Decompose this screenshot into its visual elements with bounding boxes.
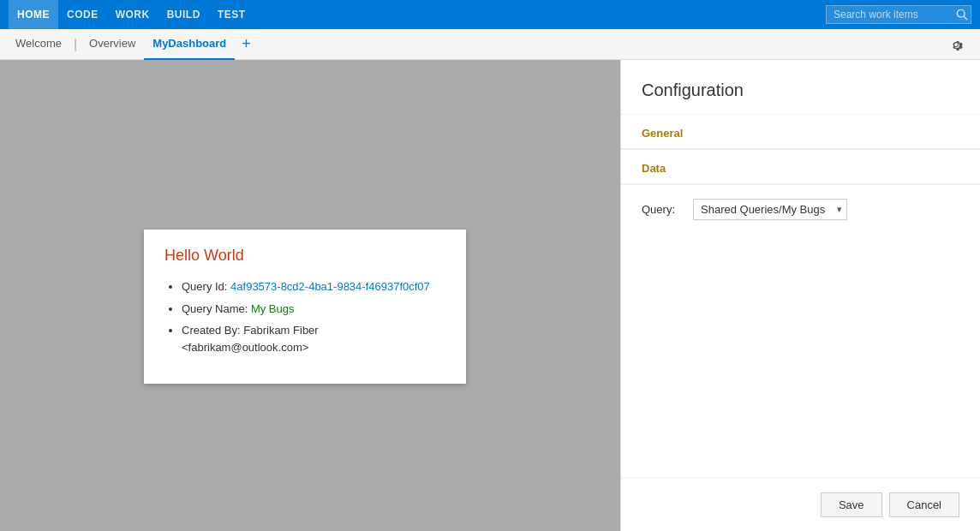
nav-code[interactable]: CODE [58,0,107,29]
subnav-separator: | [70,37,81,52]
subnav-mydashboard[interactable]: MyDashboard [144,29,235,60]
svg-point-0 [957,9,965,17]
content-area: Hello World Query Id: 4af93573-8cd2-4ba1… [0,60,620,531]
nav-test[interactable]: TEST [209,0,254,29]
svg-line-1 [964,16,967,20]
panel-title: Configuration [621,60,980,114]
subnav-add-button[interactable]: + [235,29,258,60]
right-panel: Configuration General Data Query: Shared… [620,60,980,531]
query-id-label: Query Id: [182,280,230,293]
main-layout: Hello World Query Id: 4af93573-8cd2-4ba1… [0,60,980,531]
save-button[interactable]: Save [821,492,882,517]
query-name-value: My Bugs [251,302,295,315]
panel-section-general: General [621,115,980,149]
search-icon-button[interactable] [956,9,968,21]
widget-card: Hello World Query Id: 4af93573-8cd2-4ba1… [144,230,466,384]
settings-button[interactable] [946,34,966,55]
query-label: Query: [642,203,684,216]
subnav-welcome[interactable]: Welcome [7,29,70,60]
widget-list: Query Id: 4af93573-8cd2-4ba1-9834-f46937… [164,278,445,355]
gear-icon [949,38,963,51]
subnav-overview[interactable]: Overview [81,29,144,60]
top-nav: HOME CODE WORK BUILD TEST [0,0,980,29]
sub-nav: Welcome | Overview MyDashboard + [0,29,980,60]
nav-build[interactable]: BUILD [158,0,209,29]
query-select[interactable]: Shared Queries/My Bugs Shared Queries/Al… [693,199,847,220]
query-select-wrapper: Shared Queries/My Bugs Shared Queries/Al… [693,199,847,220]
search-input[interactable] [826,5,971,24]
list-item: Query Name: My Bugs [182,301,445,318]
nav-home[interactable]: HOME [9,0,58,29]
settings-icon-area [946,34,973,55]
cancel-button[interactable]: Cancel [889,492,959,517]
widget-title: Hello World [164,247,445,265]
query-name-label: Query Name: [182,302,251,315]
search-area [826,5,971,24]
created-by-label: Created By: [182,324,243,337]
search-icon [956,9,968,21]
nav-work[interactable]: WORK [107,0,158,29]
list-item: Created By: Fabrikam Fiber <fabrikam@out… [182,322,445,355]
panel-spacer [621,234,980,478]
query-id-value: 4af93573-8cd2-4ba1-9834-f46937f0cf07 [230,280,430,293]
panel-footer: Save Cancel [621,478,980,531]
list-item: Query Id: 4af93573-8cd2-4ba1-9834-f46937… [182,278,445,295]
query-field-row: Query: Shared Queries/My Bugs Shared Que… [621,185,980,234]
panel-section-data: Data [621,150,980,184]
